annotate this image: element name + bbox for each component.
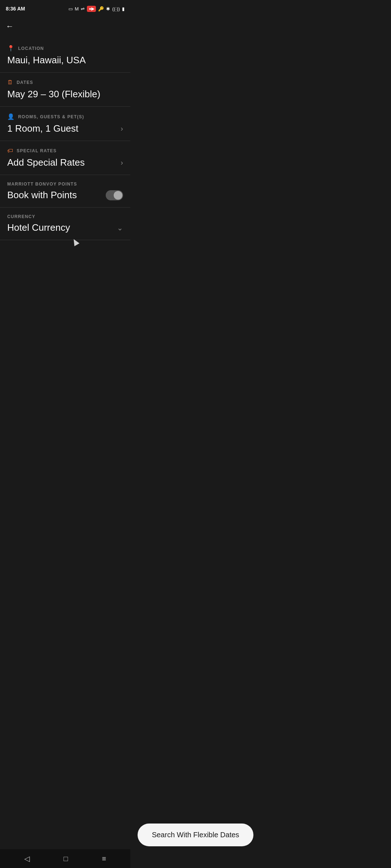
special-rates-label-row: 🏷 SPECIAL RATES bbox=[7, 148, 123, 154]
status-time: 8:36 AM bbox=[6, 6, 25, 12]
special-rates-chevron-icon: › bbox=[121, 158, 123, 167]
toggle-knob bbox=[114, 191, 122, 200]
bonvoy-label-row: MARRIOTT BONVOY POINTS bbox=[7, 182, 123, 187]
nav-home-icon[interactable]: □ bbox=[64, 855, 68, 863]
back-button[interactable]: ← bbox=[0, 16, 130, 34]
currency-row: Hotel Currency ⌄ bbox=[7, 222, 123, 233]
wifi-icon: ((·)) bbox=[112, 6, 120, 12]
currency-dropdown-icon: ⌄ bbox=[117, 224, 123, 232]
location-icon: 📍 bbox=[7, 45, 14, 52]
bonvoy-section: MARRIOTT BONVOY POINTS Book with Points bbox=[0, 175, 130, 208]
dates-label: DATES bbox=[17, 80, 33, 85]
status-bar: 8:36 AM ▭ M ⇌ ●▶ 🔑 ✱ ((·)) ▮ bbox=[0, 0, 130, 16]
dates-label-row: 🗓 DATES bbox=[7, 79, 123, 86]
special-rates-row: Add Special Rates › bbox=[7, 157, 123, 168]
currency-label: CURRENCY bbox=[7, 214, 35, 219]
tag-icon: 🏷 bbox=[7, 148, 13, 154]
bonvoy-value: Book with Points bbox=[7, 190, 77, 201]
dates-value: May 29 – 30 (Flexible) bbox=[7, 89, 123, 100]
nav-back-icon[interactable]: ◁ bbox=[24, 854, 30, 863]
pay-icon: ⇌ bbox=[81, 6, 85, 12]
recording-badge: ●▶ bbox=[87, 6, 96, 12]
currency-section[interactable]: CURRENCY Hotel Currency ⌄ bbox=[0, 208, 130, 240]
bluetooth-icon: ✱ bbox=[106, 6, 110, 12]
currency-value: Hotel Currency bbox=[7, 222, 70, 233]
key-icon: 🔑 bbox=[98, 6, 104, 12]
special-rates-label: SPECIAL RATES bbox=[17, 148, 57, 153]
rooms-section[interactable]: 👤 ROOMS, GUESTS & PET(S) 1 Room, 1 Guest… bbox=[0, 107, 130, 141]
rooms-label-row: 👤 ROOMS, GUESTS & PET(S) bbox=[7, 113, 123, 120]
person-icon: 👤 bbox=[7, 113, 14, 120]
camera-icon: ▭ bbox=[68, 6, 73, 12]
back-arrow-icon: ← bbox=[6, 22, 14, 31]
rooms-value: 1 Room, 1 Guest bbox=[7, 123, 79, 134]
mail-icon: M bbox=[75, 6, 79, 12]
status-icons: ▭ M ⇌ ●▶ 🔑 ✱ ((·)) ▮ bbox=[68, 6, 125, 12]
location-value: Maui, Hawaii, USA bbox=[7, 55, 123, 66]
nav-menu-icon[interactable]: ≡ bbox=[102, 855, 106, 863]
special-rates-value: Add Special Rates bbox=[7, 157, 85, 168]
rooms-chevron-icon: › bbox=[121, 124, 123, 133]
location-label-row: 📍 LOCATION bbox=[7, 45, 123, 52]
main-content: 📍 LOCATION Maui, Hawaii, USA 🗓 DATES May… bbox=[0, 34, 130, 284]
bonvoy-row: Book with Points bbox=[7, 190, 123, 201]
calendar-icon: 🗓 bbox=[7, 79, 13, 86]
location-section[interactable]: 📍 LOCATION Maui, Hawaii, USA bbox=[0, 38, 130, 73]
rooms-label: ROOMS, GUESTS & PET(S) bbox=[18, 114, 84, 119]
special-rates-section[interactable]: 🏷 SPECIAL RATES Add Special Rates › bbox=[0, 141, 130, 175]
dates-section[interactable]: 🗓 DATES May 29 – 30 (Flexible) bbox=[0, 73, 130, 107]
currency-label-row: CURRENCY bbox=[7, 214, 123, 219]
bonvoy-label: MARRIOTT BONVOY POINTS bbox=[7, 182, 77, 187]
battery-icon: ▮ bbox=[122, 6, 125, 12]
rooms-row: 1 Room, 1 Guest › bbox=[7, 123, 123, 134]
nav-bar: ◁ □ ≡ bbox=[0, 849, 130, 868]
bonvoy-toggle[interactable] bbox=[106, 190, 123, 200]
location-label: LOCATION bbox=[18, 46, 44, 51]
